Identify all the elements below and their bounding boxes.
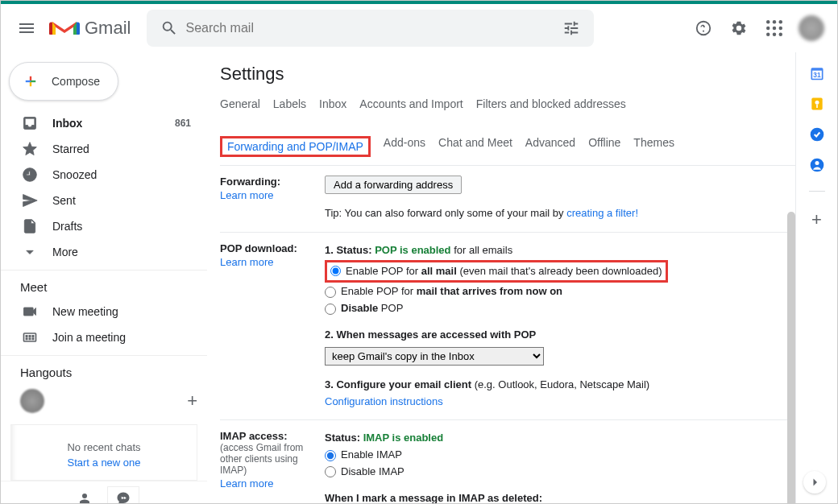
forwarding-tip: Tip: You can also forward only some of y… [325, 205, 795, 222]
forwarding-section: Forwarding: Learn more Add a forwarding … [220, 166, 795, 233]
hide-side-panel-button[interactable] [803, 471, 826, 494]
sidebar-item-drafts[interactable]: Drafts [1, 213, 201, 239]
join-meeting-button[interactable]: Join a meeting [1, 324, 201, 350]
hangouts-header: Hangouts [1, 356, 207, 384]
calendar-icon[interactable]: 31 [809, 65, 825, 81]
tab-chat[interactable]: Chat and Meet [438, 136, 512, 157]
sidebar-item-sent[interactable]: Sent [1, 188, 201, 213]
tab-general[interactable]: General [220, 97, 260, 110]
new-meeting-button[interactable]: New meeting [1, 299, 201, 324]
hangouts-profile-row[interactable]: + [1, 384, 207, 418]
search-options-icon[interactable] [555, 12, 587, 44]
no-chats-text: No recent chats [11, 441, 197, 453]
hangouts-chat-icon[interactable] [107, 486, 139, 503]
svg-rect-14 [29, 338, 31, 340]
svg-point-8 [779, 33, 782, 36]
svg-rect-12 [32, 336, 34, 337]
highlight-pop-all-mail: Enable POP for all mail (even mail that'… [325, 260, 668, 283]
rail-divider [809, 191, 825, 192]
settings-gear-icon[interactable] [723, 12, 755, 44]
search-input[interactable] [185, 21, 555, 35]
imap-status: Status: IMAP is enabled [325, 430, 795, 447]
hangouts-new-icon[interactable]: + [187, 390, 197, 411]
meet-header: Meet [1, 271, 207, 299]
pop-when-label: 2. When messages are accessed with POP [325, 328, 536, 341]
pop-when-select[interactable]: keep Gmail's copy in the Inbox [325, 347, 544, 366]
pop-configure: 3. Configure your email client (e.g. Out… [325, 377, 795, 394]
sidebar-item-snoozed[interactable]: Snoozed [1, 162, 201, 188]
forwarding-learn-more[interactable]: Learn more [220, 189, 273, 201]
main-content: Settings General Labels Inbox Accounts a… [207, 52, 795, 503]
sidebar-item-starred[interactable]: Starred [1, 136, 201, 162]
svg-rect-13 [26, 338, 27, 340]
pop-section: POP download: Learn more 1. Status: POP … [220, 233, 795, 421]
pop-learn-more[interactable]: Learn more [220, 256, 273, 268]
highlight-forwarding-tab: Forwarding and POP/IMAP [220, 136, 371, 157]
chat-panel: No recent chats Start a new one [10, 424, 197, 481]
add-forwarding-address-button[interactable]: Add a forwarding address [325, 176, 462, 194]
search-box[interactable] [147, 10, 594, 47]
get-addons-icon[interactable]: + [811, 209, 822, 230]
account-avatar[interactable] [799, 15, 824, 41]
keep-icon[interactable] [809, 96, 825, 112]
svg-point-20 [815, 101, 819, 105]
imap-enable-radio[interactable] [325, 450, 336, 461]
settings-title: Settings [220, 64, 795, 85]
contacts-icon[interactable] [809, 157, 825, 173]
tab-inbox[interactable]: Inbox [319, 97, 346, 110]
pop-disable-radio[interactable] [325, 304, 336, 315]
svg-rect-10 [26, 336, 27, 337]
imap-learn-more[interactable]: Learn more [220, 477, 273, 490]
gmail-logo[interactable]: Gmail [49, 17, 131, 39]
support-icon[interactable] [687, 12, 720, 44]
svg-point-7 [773, 33, 776, 36]
tab-labels[interactable]: Labels [273, 97, 306, 110]
tab-accounts[interactable]: Accounts and Import [359, 97, 463, 110]
svg-point-24 [815, 161, 819, 165]
tab-forwarding[interactable]: Forwarding and POP/IMAP [227, 140, 363, 153]
imap-section: IMAP access: (access Gmail from other cl… [220, 420, 795, 503]
pop-status: 1. Status: POP is enabled for all emails [325, 242, 795, 259]
svg-rect-21 [816, 105, 818, 108]
svg-rect-11 [29, 336, 31, 337]
imap-sub: (access Gmail from other clients using I… [220, 442, 325, 476]
tab-addons[interactable]: Add-ons [384, 136, 425, 157]
sidebar-item-more[interactable]: More [1, 239, 201, 265]
pop-label: POP download: [220, 242, 325, 254]
start-new-chat-link[interactable]: Start a new one [11, 456, 197, 469]
google-apps-icon[interactable] [758, 12, 790, 44]
forwarding-label: Forwarding: [220, 176, 325, 188]
sidebar: Compose Inbox 861 Starred Snoozed Sent D… [1, 52, 207, 503]
side-panel: 31 + [795, 52, 837, 503]
scrollbar[interactable] [787, 212, 795, 503]
svg-point-4 [773, 27, 776, 30]
tasks-icon[interactable] [809, 126, 825, 143]
create-filter-link[interactable]: creating a filter! [566, 207, 638, 219]
imap-label: IMAP access: [220, 430, 325, 442]
hangouts-contacts-icon[interactable] [68, 486, 101, 503]
imap-disable-radio[interactable] [325, 466, 336, 477]
imap-deleted-label: When I mark a message in IMAP as deleted… [325, 492, 542, 503]
tab-filters[interactable]: Filters and blocked addresses [476, 97, 626, 110]
header: Gmail [1, 4, 837, 52]
svg-point-2 [779, 20, 782, 23]
svg-point-3 [766, 27, 770, 30]
tab-themes[interactable]: Themes [633, 136, 674, 157]
svg-point-0 [766, 20, 770, 23]
svg-point-6 [766, 33, 770, 36]
svg-text:31: 31 [813, 71, 821, 79]
search-icon[interactable] [153, 12, 185, 44]
pop-all-mail-radio[interactable] [330, 266, 341, 276]
pop-from-now-radio[interactable] [325, 287, 336, 298]
compose-button[interactable]: Compose [9, 62, 118, 101]
svg-point-1 [773, 20, 776, 23]
configuration-instructions-link[interactable]: Configuration instructions [325, 394, 795, 411]
svg-point-5 [779, 27, 782, 30]
tab-advanced[interactable]: Advanced [525, 136, 575, 157]
settings-tabs: General Labels Inbox Accounts and Import… [220, 93, 795, 166]
sidebar-item-inbox[interactable]: Inbox 861 [1, 110, 201, 136]
hangouts-avatar [20, 389, 44, 413]
tab-offline[interactable]: Offline [588, 136, 620, 157]
logo-text: Gmail [85, 18, 131, 39]
main-menu-button[interactable] [7, 9, 46, 48]
